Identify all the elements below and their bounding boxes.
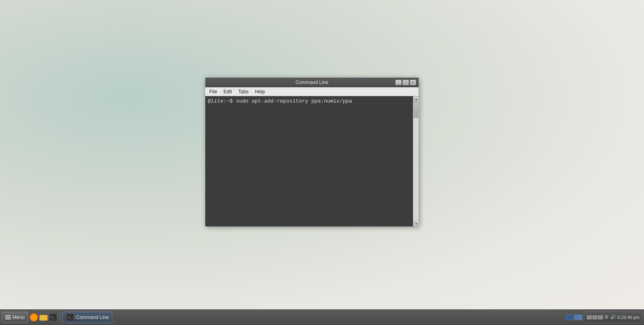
maximize-button[interactable]: □ (402, 80, 409, 85)
scroll-down-button[interactable]: ▼ (413, 221, 419, 226)
taskbar-task-terminal[interactable]: >_ Command Line (62, 312, 112, 323)
minimize-button[interactable]: _ (395, 80, 402, 85)
taskbar-separator (60, 312, 60, 323)
pager (566, 315, 582, 320)
network-icon[interactable]: ⚙ (605, 315, 609, 320)
close-button[interactable]: × (410, 80, 416, 85)
taskbar-icon-files[interactable] (39, 313, 47, 321)
task-terminal-icon: >_ (66, 313, 74, 321)
terminal-line-1: @lite:~$ sudo apt-add-repository ppa:num… (208, 98, 411, 105)
window-body: @lite:~$ sudo apt-add-repository ppa:num… (205, 96, 419, 226)
terminal-content[interactable]: @lite:~$ sudo apt-add-repository ppa:num… (205, 96, 413, 226)
task-terminal-label: Command Line (76, 315, 109, 320)
terminal-window: Command Line _ □ × File Edit Tabs Help @… (205, 78, 419, 226)
folder-icon (39, 313, 47, 321)
window-titlebar: Command Line _ □ × (205, 78, 419, 87)
start-label: Menu (12, 315, 25, 320)
lang-key-2 (592, 315, 597, 319)
taskbar: Menu >_ >_ Command Line ⚙ 🔊 6:23:40 pm (0, 309, 644, 325)
volume-icon[interactable]: 🔊 (610, 315, 616, 320)
scroll-thumb[interactable] (414, 102, 418, 118)
menu-tabs[interactable]: Tabs (236, 88, 251, 95)
start-button[interactable]: Menu (2, 312, 28, 323)
window-title: Command Line (295, 80, 328, 85)
desktop: Command Line _ □ × File Edit Tabs Help @… (0, 0, 644, 309)
menu-file[interactable]: File (207, 88, 219, 95)
window-controls: _ □ × (395, 80, 416, 85)
window-menubar: File Edit Tabs Help (205, 87, 419, 96)
menu-help[interactable]: Help (252, 88, 267, 95)
scroll-track[interactable] (413, 102, 419, 221)
system-tray: ⚙ 🔊 6:23:40 pm (584, 312, 642, 323)
lang-key-1 (587, 315, 592, 319)
menu-edit[interactable]: Edit (221, 88, 234, 95)
scrollbar: ▲ ▼ (413, 96, 419, 226)
taskbar-icon-browser[interactable] (30, 313, 38, 321)
taskbar-icon-terminal[interactable]: >_ (49, 313, 57, 321)
firefox-icon (30, 313, 38, 321)
pager-btn-1[interactable] (566, 315, 574, 320)
menu-icon (5, 315, 11, 319)
system-clock: 6:23:40 pm (617, 315, 640, 320)
pager-btn-2[interactable] (574, 315, 582, 320)
terminal-icon: >_ (49, 313, 57, 321)
language-indicator[interactable] (587, 315, 603, 319)
scroll-up-button[interactable]: ▲ (413, 96, 419, 102)
lang-key-3 (598, 315, 603, 319)
